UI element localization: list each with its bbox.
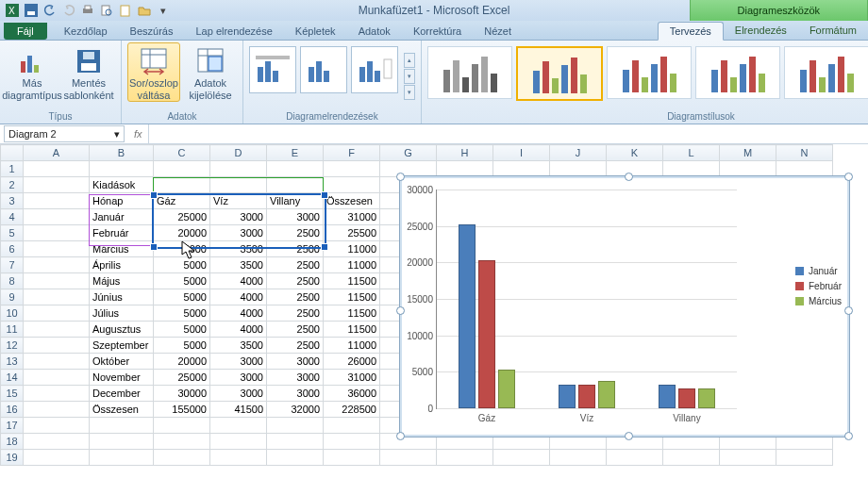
cell[interactable]: [24, 418, 90, 434]
col-header[interactable]: H: [437, 145, 493, 161]
cell[interactable]: 5000: [154, 305, 210, 322]
tab-file[interactable]: Fájl: [4, 23, 47, 40]
row-header[interactable]: 14: [1, 370, 24, 386]
col-header[interactable]: D: [210, 145, 267, 161]
undo-icon[interactable]: [43, 4, 57, 17]
cell[interactable]: 155000: [154, 402, 210, 418]
cell[interactable]: [210, 418, 267, 434]
cell[interactable]: [24, 241, 90, 257]
cell[interactable]: 4000: [210, 305, 267, 322]
cell[interactable]: [380, 450, 437, 466]
chart-plot-area[interactable]: 050001000015000200002500030000GázVízVill…: [436, 190, 737, 409]
chart-legend[interactable]: JanuárFebruárMárcius: [795, 261, 842, 311]
row-header[interactable]: 3: [1, 193, 24, 209]
cell[interactable]: [24, 370, 90, 386]
row-header[interactable]: 6: [1, 241, 24, 257]
cell[interactable]: [663, 450, 720, 466]
cell[interactable]: 20000: [154, 225, 210, 241]
col-header[interactable]: A: [24, 145, 90, 161]
row-header[interactable]: 12: [1, 338, 24, 354]
cell[interactable]: [24, 209, 90, 225]
cell[interactable]: Február: [90, 225, 154, 241]
col-header[interactable]: F: [324, 145, 380, 161]
col-header[interactable]: M: [720, 145, 776, 161]
cell[interactable]: 31000: [324, 370, 380, 386]
tab-adatok[interactable]: Adatok: [347, 23, 402, 40]
col-header[interactable]: C: [154, 145, 210, 161]
cell[interactable]: 2500: [267, 257, 324, 273]
tab-formátum[interactable]: Formátum: [798, 22, 868, 40]
cell[interactable]: [663, 161, 720, 177]
col-header[interactable]: N: [776, 145, 833, 161]
cell[interactable]: Október: [90, 354, 154, 370]
cell[interactable]: 41500: [210, 402, 267, 418]
row-header[interactable]: 2: [1, 177, 24, 193]
legend-item[interactable]: Január: [795, 266, 842, 276]
cell[interactable]: 4000: [210, 289, 267, 305]
cell[interactable]: 4000: [210, 273, 267, 289]
chart-bar[interactable]: [659, 385, 676, 408]
select-all-corner[interactable]: [1, 145, 24, 161]
row-header[interactable]: 8: [1, 273, 24, 289]
cell[interactable]: [324, 418, 380, 434]
cell[interactable]: [550, 450, 607, 466]
cell[interactable]: [607, 450, 663, 466]
cell[interactable]: [154, 418, 210, 434]
cell[interactable]: [24, 273, 90, 289]
layouts-scroller[interactable]: ▴▾▾: [404, 53, 415, 100]
col-header[interactable]: J: [550, 145, 607, 161]
cell[interactable]: 3000: [210, 209, 267, 225]
cell[interactable]: 3000: [210, 386, 267, 402]
save-icon[interactable]: [25, 4, 38, 17]
cell[interactable]: [24, 386, 90, 402]
tab-képletek[interactable]: Képletek: [284, 23, 347, 40]
row-header[interactable]: 15: [1, 386, 24, 402]
cell[interactable]: 25000: [154, 370, 210, 386]
redo-icon[interactable]: [62, 4, 75, 17]
cell[interactable]: 3000: [267, 354, 324, 370]
chart-bar[interactable]: [478, 260, 495, 408]
cell[interactable]: [267, 434, 324, 450]
cell[interactable]: [24, 161, 90, 177]
cell[interactable]: [154, 450, 210, 466]
cell[interactable]: [154, 434, 210, 450]
select-data-button[interactable]: Adatok kijelölése: [184, 42, 237, 101]
cell[interactable]: [24, 289, 90, 305]
tab-elrendezés[interactable]: Elrendezés: [724, 22, 798, 40]
row-header[interactable]: 5: [1, 225, 24, 241]
open-icon[interactable]: [138, 4, 151, 17]
cell[interactable]: 3000: [267, 370, 324, 386]
chart-style-option[interactable]: [427, 46, 512, 99]
cell[interactable]: [24, 402, 90, 418]
cell[interactable]: [154, 161, 210, 177]
cell[interactable]: November: [90, 370, 154, 386]
cell[interactable]: Összesen: [90, 402, 154, 418]
row-header[interactable]: 18: [1, 434, 24, 450]
cell[interactable]: Január: [90, 209, 154, 225]
cell[interactable]: 11000: [324, 338, 380, 354]
row-header[interactable]: 4: [1, 209, 24, 225]
preview-icon[interactable]: [100, 4, 113, 17]
cell[interactable]: 3000: [210, 225, 267, 241]
cell[interactable]: Június: [90, 289, 154, 305]
cell[interactable]: Villany: [267, 193, 324, 209]
cell[interactable]: [550, 161, 607, 177]
chart-bar[interactable]: [459, 224, 476, 408]
new-icon[interactable]: [119, 4, 132, 17]
row-header[interactable]: 1: [1, 161, 24, 177]
cell[interactable]: [24, 322, 90, 338]
cell[interactable]: [90, 450, 154, 466]
cell[interactable]: [210, 434, 267, 450]
cell[interactable]: 3000: [210, 354, 267, 370]
name-box[interactable]: Diagram 2▾: [4, 125, 125, 142]
chart-style-option[interactable]: [607, 46, 692, 99]
cell[interactable]: [24, 434, 90, 450]
cell[interactable]: 3000: [267, 386, 324, 402]
cell[interactable]: 11000: [324, 257, 380, 273]
cell[interactable]: [24, 450, 90, 466]
tab-beszúrás[interactable]: Beszúrás: [119, 23, 185, 40]
cell[interactable]: 5000: [154, 338, 210, 354]
cell[interactable]: 11500: [324, 322, 380, 338]
cell[interactable]: 11500: [324, 273, 380, 289]
cell[interactable]: [210, 177, 267, 193]
